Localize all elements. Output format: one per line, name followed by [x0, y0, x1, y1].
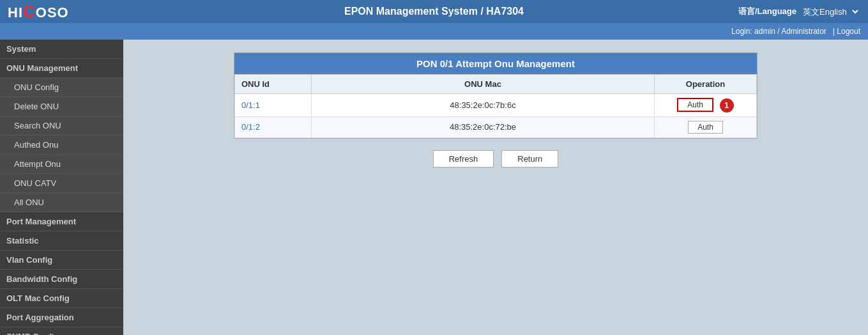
sidebar-item-onu-management[interactable]: ONU Management	[0, 59, 123, 78]
onu-mac-2: 48:35:2e:0c:72:be	[312, 116, 655, 137]
sidebar-item-bandwidth-config[interactable]: Bandwidth Config	[0, 270, 123, 289]
content-area: PON 0/1 Attempt Onu Management ONU Id ON…	[123, 40, 868, 335]
logout-link[interactable]: | Logout	[833, 27, 860, 36]
table-row: 0/1:2 48:35:2e:0c:72:be Auth	[235, 116, 757, 137]
login-text: Login: admin / Administrator	[731, 27, 826, 36]
auth-button-2[interactable]: Auth	[688, 121, 723, 134]
col-header-onu-mac: ONU Mac	[312, 75, 655, 94]
sidebar-item-system[interactable]: System	[0, 40, 123, 59]
header-lang: 语言/Language 英文English 中文Chinese	[738, 6, 860, 17]
onu-table: ONU Id ONU Mac Operation 0/1:1 48:35:2e:…	[234, 74, 757, 138]
main-layout: System ONU Management ONU Config Delete …	[0, 40, 868, 335]
logo: HICOSO	[8, 2, 69, 22]
col-header-onu-id: ONU Id	[235, 75, 312, 94]
auth-button-1[interactable]: Auth	[677, 98, 713, 112]
sidebar-item-port-management[interactable]: Port Management	[0, 212, 123, 231]
table-row: 0/1:1 48:35:2e:0c:7b:6c Auth 1	[235, 94, 757, 117]
onu-mac-1: 48:35:2e:0c:7b:6c	[312, 94, 655, 117]
sidebar-item-port-aggregation[interactable]: Port Aggregation	[0, 308, 123, 327]
sidebar-item-search-onu[interactable]: Search ONU	[0, 116, 123, 136]
sidebar-item-olt-mac-config[interactable]: OLT Mac Config	[0, 289, 123, 308]
header-bottom: Login: admin / Administrator | Logout	[0, 23, 868, 40]
header-top: HICOSO EPON Management System / HA7304 语…	[0, 0, 868, 23]
refresh-button[interactable]: Refresh	[433, 150, 494, 168]
onu-op-2: Auth	[655, 116, 757, 137]
onu-op-1: Auth 1	[655, 94, 757, 117]
onu-id-2: 0/1:2	[235, 116, 312, 137]
header-title: EPON Management System / HA7304	[344, 6, 524, 17]
annotation-1: 1	[720, 98, 734, 113]
sidebar-item-onu-config[interactable]: ONU Config	[0, 78, 123, 97]
buttons-row: Refresh Return	[136, 150, 855, 168]
lang-select[interactable]: 英文English 中文Chinese	[800, 6, 860, 17]
sidebar-item-snmp-config[interactable]: SNMP Config	[0, 327, 123, 335]
logo-text: HICOSO	[8, 2, 69, 22]
sidebar-item-authed-onu[interactable]: Authed Onu	[0, 136, 123, 155]
lang-label: 语言/Language	[738, 6, 796, 17]
return-button[interactable]: Return	[501, 150, 558, 168]
sidebar-item-attempt-onu[interactable]: Attempt Onu	[0, 155, 123, 174]
sidebar-item-statistic[interactable]: Statistic	[0, 231, 123, 251]
onu-table-container: PON 0/1 Attempt Onu Management ONU Id ON…	[234, 52, 758, 139]
sidebar-item-onu-catv[interactable]: ONU CATV	[0, 174, 123, 193]
sidebar-item-delete-onu[interactable]: Delete ONU	[0, 97, 123, 116]
sidebar-item-vlan-config[interactable]: Vlan Config	[0, 251, 123, 270]
col-header-operation: Operation	[655, 75, 757, 94]
sidebar-item-all-onu[interactable]: All ONU	[0, 193, 123, 212]
onu-id-1: 0/1:1	[235, 94, 312, 117]
table-title: PON 0/1 Attempt Onu Management	[234, 53, 757, 74]
sidebar: System ONU Management ONU Config Delete …	[0, 40, 123, 335]
